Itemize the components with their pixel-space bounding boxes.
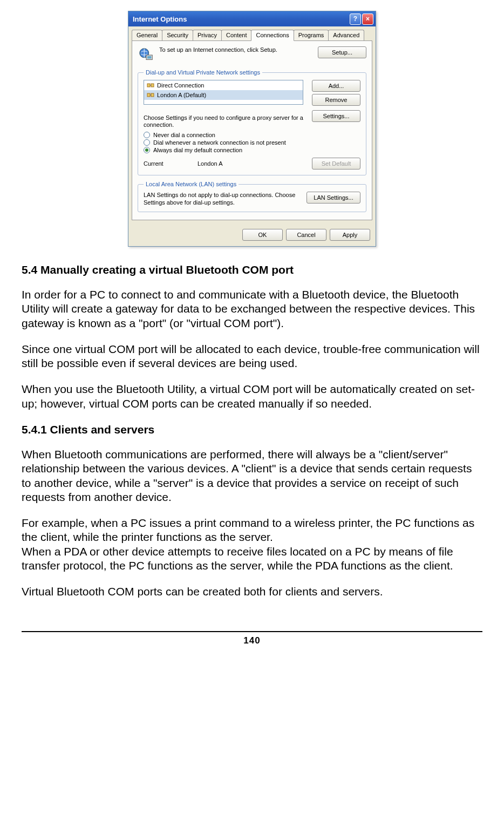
radio-icon: [144, 147, 150, 153]
connection-icon: [146, 81, 155, 90]
apply-button[interactable]: Apply: [330, 229, 370, 241]
dialog-buttons: OK Cancel Apply: [128, 223, 376, 246]
paragraph: When you use the Bluetooth Utility, a vi…: [22, 382, 482, 411]
dialup-legend: Dial-up and Virtual Private Network sett…: [144, 69, 262, 76]
window-title: Internet Options: [133, 15, 187, 23]
tab-privacy[interactable]: Privacy: [193, 30, 222, 40]
radio-never-dial[interactable]: Never dial a connection: [144, 132, 360, 138]
svg-rect-5: [147, 93, 150, 97]
paragraph: Since one virtual COM port will be alloc…: [22, 342, 482, 371]
settings-caption: Choose Settings if you need to configure…: [144, 114, 308, 128]
radio-icon: [144, 132, 150, 138]
lan-legend: Local Area Network (LAN) settings: [144, 181, 239, 187]
svg-rect-3: [147, 84, 150, 87]
current-label: Current: [144, 160, 192, 167]
radio-label: Always dial my default connection: [153, 147, 242, 153]
tab-general[interactable]: General: [132, 30, 162, 40]
svg-rect-4: [151, 84, 154, 87]
radio-label: Dial whenever a network connection is no…: [153, 139, 286, 146]
radio-icon: [144, 139, 150, 146]
tab-content[interactable]: Content: [221, 30, 252, 40]
radio-dial-when-absent[interactable]: Dial whenever a network connection is no…: [144, 139, 360, 146]
heading-5-4-1: 5.4.1 Clients and servers: [22, 423, 482, 437]
tab-connections[interactable]: Connections: [251, 30, 294, 41]
list-item[interactable]: London A (Default): [144, 90, 303, 100]
current-value: London A: [197, 160, 307, 167]
titlebar: Internet Options ? ×: [128, 11, 376, 26]
set-default-button: Set Default: [312, 158, 360, 170]
ok-button[interactable]: OK: [242, 229, 283, 241]
radio-always-dial[interactable]: Always dial my default connection: [144, 147, 360, 153]
tab-security[interactable]: Security: [162, 30, 193, 40]
document-body: 5.4 Manually creating a virtual Bluetoot…: [22, 263, 482, 599]
help-button[interactable]: ?: [350, 13, 361, 25]
settings-button[interactable]: Settings...: [312, 110, 360, 122]
page-number: 140: [22, 635, 482, 646]
tab-panel-connections: To set up an Internet connection, click …: [132, 40, 372, 220]
internet-icon: [138, 46, 155, 64]
lan-group: Local Area Network (LAN) settings LAN Se…: [138, 181, 366, 212]
paragraph: For example, when a PC issues a print co…: [22, 516, 482, 573]
list-item[interactable]: Direct Connection: [144, 80, 303, 90]
list-item-label: London A (Default): [157, 92, 206, 98]
tab-programs[interactable]: Programs: [294, 30, 329, 40]
paragraph: Virtual Bluetooth COM ports can be creat…: [22, 585, 482, 599]
lan-settings-button[interactable]: LAN Settings...: [307, 192, 360, 204]
heading-5-4: 5.4 Manually creating a virtual Bluetoot…: [22, 263, 482, 277]
footer-rule: [22, 631, 482, 632]
dialup-group: Dial-up and Virtual Private Network sett…: [138, 69, 366, 175]
remove-button[interactable]: Remove: [312, 94, 360, 106]
paragraph: When Bluetooth communications are perfor…: [22, 448, 482, 504]
close-button[interactable]: ×: [362, 13, 373, 25]
internet-options-dialog: Internet Options ? × General Security Pr…: [128, 11, 376, 247]
connection-list[interactable]: Direct Connection London A (Default): [144, 80, 303, 105]
cancel-button[interactable]: Cancel: [286, 229, 326, 241]
setup-text: To set up an Internet connection, click …: [159, 46, 314, 53]
svg-rect-6: [151, 93, 154, 97]
tabstrip: General Security Privacy Content Connect…: [128, 26, 376, 40]
radio-label: Never dial a connection: [153, 132, 215, 138]
svg-rect-2: [147, 56, 152, 59]
setup-button[interactable]: Setup...: [318, 46, 366, 58]
list-item-label: Direct Connection: [157, 82, 204, 89]
tab-advanced[interactable]: Advanced: [328, 30, 364, 40]
lan-caption: LAN Settings do not apply to dial-up con…: [144, 192, 302, 206]
paragraph: In order for a PC to connect to and comm…: [22, 288, 482, 330]
add-button[interactable]: Add...: [312, 80, 360, 92]
connection-icon: [146, 91, 155, 99]
